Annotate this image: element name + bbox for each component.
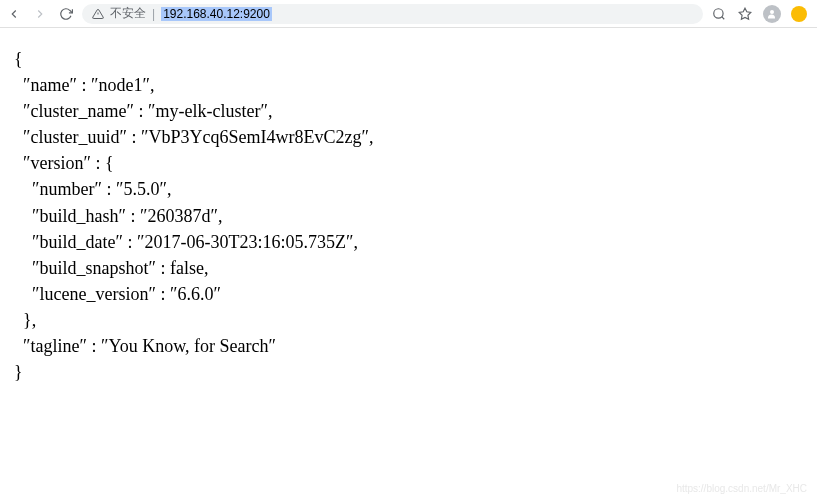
nav-buttons xyxy=(6,6,74,22)
json-key: ″build_snapshot″ xyxy=(32,258,156,278)
url-separator: | xyxy=(152,7,155,21)
json-value: node1 xyxy=(98,75,142,95)
json-value: You Know, for Search xyxy=(108,336,268,356)
json-value: VbP3Ycq6SemI4wr8EvC2zg xyxy=(148,127,361,147)
svg-line-3 xyxy=(722,16,725,19)
json-key: ″cluster_uuid″ xyxy=(23,127,127,147)
json-value: false xyxy=(170,258,204,278)
url-bar[interactable]: 不安全 | 192.168.40.12:9200 xyxy=(82,4,703,24)
forward-button[interactable] xyxy=(32,6,48,22)
toolbar-right xyxy=(711,5,811,23)
json-key: ″build_date″ xyxy=(32,232,123,252)
bookmark-icon[interactable] xyxy=(737,6,753,22)
json-value: 2017-06-30T23:16:05.735Z xyxy=(144,232,345,252)
json-key: ″lucene_version″ xyxy=(32,284,156,304)
json-key: ″name″ xyxy=(23,75,77,95)
svg-marker-4 xyxy=(739,8,751,19)
json-response: { ″name″ : ″node1″, ″cluster_name″ : ″my… xyxy=(0,28,817,403)
json-value: 6.6.0 xyxy=(177,284,213,304)
notification-badge[interactable] xyxy=(791,6,807,22)
reload-button[interactable] xyxy=(58,6,74,22)
watermark: https://blog.csdn.net/Mr_XHC xyxy=(676,483,807,494)
not-secure-label: 不安全 xyxy=(110,5,146,22)
json-value: 260387d xyxy=(148,206,211,226)
json-key: ″number″ xyxy=(32,179,102,199)
json-key: ″version″ xyxy=(23,153,91,173)
json-value: my-elk-cluster xyxy=(155,101,260,121)
back-button[interactable] xyxy=(6,6,22,22)
json-value: 5.5.0 xyxy=(123,179,159,199)
svg-point-5 xyxy=(770,10,774,14)
json-key: ″tagline″ xyxy=(23,336,87,356)
warning-icon xyxy=(92,8,104,20)
profile-avatar[interactable] xyxy=(763,5,781,23)
url-text: 192.168.40.12:9200 xyxy=(161,7,272,21)
zoom-icon[interactable] xyxy=(711,6,727,22)
json-key: ″build_hash″ xyxy=(32,206,126,226)
json-key: ″cluster_name″ xyxy=(23,101,134,121)
svg-point-2 xyxy=(714,8,723,17)
browser-toolbar: 不安全 | 192.168.40.12:9200 xyxy=(0,0,817,28)
